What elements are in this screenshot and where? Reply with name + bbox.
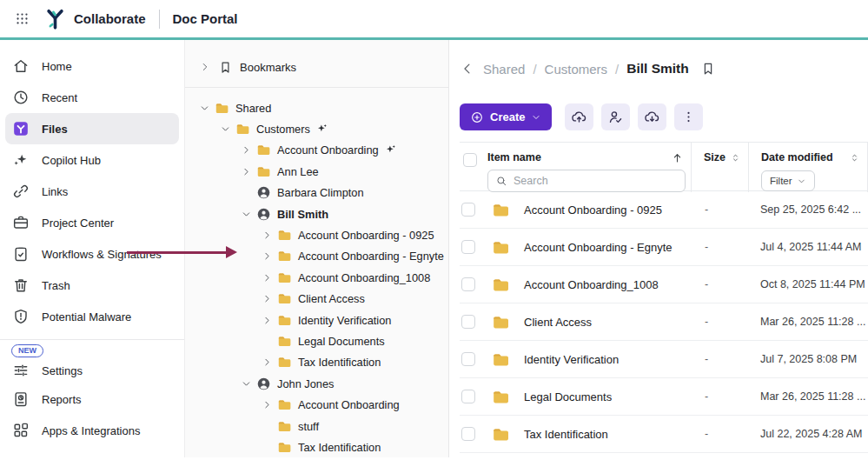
upload-button[interactable] [565, 103, 593, 130]
chevron-right-icon[interactable] [262, 357, 277, 369]
chevron-right-icon[interactable] [262, 271, 277, 283]
date-filter-button[interactable]: Filter [761, 170, 815, 191]
tree-item-barbara-climpton[interactable]: Barbara Climpton [185, 183, 448, 203]
chevron-right-icon[interactable] [241, 165, 256, 177]
item-size: - [691, 278, 748, 290]
chevron-spacer [262, 335, 277, 347]
item-name: Client Access [524, 316, 592, 329]
chevron-down-icon[interactable] [241, 377, 256, 390]
sidebar-item-workflows-signatures[interactable]: Workflows & Signatures [5, 238, 179, 270]
chevron-right-icon[interactable] [262, 293, 277, 305]
column-size[interactable]: Size [704, 151, 726, 163]
sidebar-item-label: Workflows & Signatures [42, 248, 162, 261]
sidebar-item-apps-integrations[interactable]: Apps & Integrations [5, 415, 179, 446]
back-chevron-icon[interactable] [460, 61, 475, 77]
sidebar-item-label: Trash [42, 279, 70, 292]
chevron-right-icon[interactable] [241, 144, 256, 157]
tree-item-account-onboarding[interactable]: Account Onboarding [185, 140, 448, 161]
sidebar-item-settings[interactable]: Settings [5, 357, 179, 383]
tree-item-tax-identification[interactable]: Tax Identification [185, 437, 448, 457]
sidebar-item-recent[interactable]: Recent [5, 82, 179, 113]
table-row[interactable]: Account Onboarding_1008-Oct 8, 2025 11:4… [460, 266, 868, 303]
sort-icon[interactable] [730, 152, 741, 163]
sidebar-item-label: Potential Malware [42, 310, 131, 323]
sidebar-item-label: Home [42, 60, 72, 73]
tree-item-bookmarks[interactable]: Bookmarks [185, 56, 448, 78]
folder-icon [235, 122, 250, 137]
table-row[interactable]: Tax Identification-Jul 22, 2025 4:28 AM [460, 416, 868, 453]
sidebar-item-links[interactable]: Links [5, 176, 179, 207]
sidebar-item-home[interactable]: Home [5, 50, 179, 82]
tree-item-account-onboarding-1008[interactable]: Account Onboarding_1008 [185, 267, 448, 288]
row-checkbox[interactable] [461, 352, 475, 366]
row-checkbox[interactable] [461, 390, 475, 403]
sidebar-item-files[interactable]: Files [5, 113, 179, 144]
column-date-modified[interactable]: Date modified [761, 151, 833, 163]
more-actions-button[interactable] [674, 103, 703, 130]
tree-item-shared[interactable]: Shared [185, 97, 448, 118]
chevron-right-icon[interactable] [199, 61, 211, 73]
chevron-right-icon[interactable] [262, 314, 277, 326]
app-launcher-icon[interactable] [10, 8, 33, 30]
breadcrumb-shared[interactable]: Shared [483, 62, 525, 77]
search-input[interactable] [514, 175, 678, 187]
chevron-down-icon[interactable] [241, 208, 256, 220]
create-button[interactable]: Create [460, 103, 552, 130]
chevron-right-icon[interactable] [262, 250, 277, 263]
sidebar-item-trash[interactable]: Trash [5, 270, 179, 301]
column-item-name[interactable]: Item name [487, 151, 541, 163]
tree-item-tax-identification[interactable]: Tax Identification [185, 352, 448, 373]
table-row[interactable]: Account Onboarding - Egnyte-Jul 4, 2025 … [460, 229, 868, 266]
row-checkbox[interactable] [461, 315, 475, 329]
chevron-right-icon[interactable] [262, 399, 277, 411]
files-table: Item name Size [460, 142, 868, 453]
tree-item-account-onboarding-egnyte[interactable]: Account Onboarding - Egnyte [185, 246, 448, 267]
table-row[interactable]: Identity Verification-Jul 7, 2025 8:08 P… [460, 341, 868, 378]
tree-item-client-access[interactable]: Client Access [185, 289, 448, 310]
breadcrumb-separator: / [615, 62, 619, 77]
tree-item-ann-lee[interactable]: Ann Lee [185, 161, 448, 182]
tree-item-label: Account Onboarding - 0925 [298, 229, 434, 242]
table-row[interactable]: Account Onboarding - 0925-Sep 25, 2025 6… [460, 191, 868, 229]
share-button[interactable] [601, 103, 630, 130]
row-checkbox[interactable] [461, 203, 475, 217]
chevron-down-icon[interactable] [199, 102, 215, 114]
folder-icon [277, 440, 292, 455]
row-checkbox[interactable] [461, 240, 475, 254]
sidebar-item-reports[interactable]: Reports [5, 383, 179, 415]
item-name: Account Onboarding - 0925 [524, 203, 662, 217]
chevron-right-icon[interactable] [262, 230, 277, 242]
select-all-checkbox[interactable] [463, 153, 477, 167]
sidebar-item-copilot-hub[interactable]: Copilot Hub [5, 144, 179, 176]
tree-item-account-onboarding[interactable]: Account Onboarding [185, 394, 448, 415]
tree-item-customers[interactable]: Customers [185, 118, 448, 139]
folder-icon [489, 238, 513, 257]
chevron-spacer [262, 420, 277, 432]
tree-item-identity-verification[interactable]: Identity Verification [185, 310, 448, 330]
sliders-icon [12, 362, 30, 379]
item-date-modified: Oct 8, 2025 11:44 PM [748, 278, 868, 290]
chevron-down-icon[interactable] [220, 123, 235, 136]
sidebar-item-project-center[interactable]: Project Center [5, 207, 179, 238]
sort-icon[interactable] [849, 152, 860, 163]
tree-item-label: Customers [256, 123, 310, 136]
tree-item-legal-documents[interactable]: Legal Documents [185, 330, 448, 351]
tree-item-stuff[interactable]: stuff [185, 416, 448, 437]
header-date-cell: Date modified Filter [748, 143, 868, 192]
item-name-cell: Identity Verification [486, 350, 691, 369]
row-checkbox[interactable] [461, 427, 475, 441]
sidebar-item-potential-malware[interactable]: Potential Malware [5, 301, 179, 332]
sidebar-item-label: Apps & Integrations [42, 424, 140, 437]
row-checkbox[interactable] [461, 277, 475, 291]
tree-item-john-jones[interactable]: John Jones [185, 373, 448, 394]
breadcrumb-customers[interactable]: Customers [545, 62, 608, 77]
tree-item-label: Account Onboarding_1008 [298, 271, 430, 284]
table-row[interactable]: Legal Documents-Mar 26, 2025 11:28 ... [460, 378, 868, 416]
tree-item-bill-smith[interactable]: Bill Smith [185, 203, 448, 224]
tree-item-account-onboarding-0925[interactable]: Account Onboarding - 0925 [185, 224, 448, 245]
bookmark-toggle-icon[interactable] [700, 61, 716, 77]
bookmarks-label: Bookmarks [240, 61, 296, 74]
sort-ascending-icon[interactable] [671, 151, 684, 164]
table-row[interactable]: Client Access-Mar 26, 2025 11:28 ... [460, 303, 868, 341]
download-button[interactable] [638, 103, 666, 130]
